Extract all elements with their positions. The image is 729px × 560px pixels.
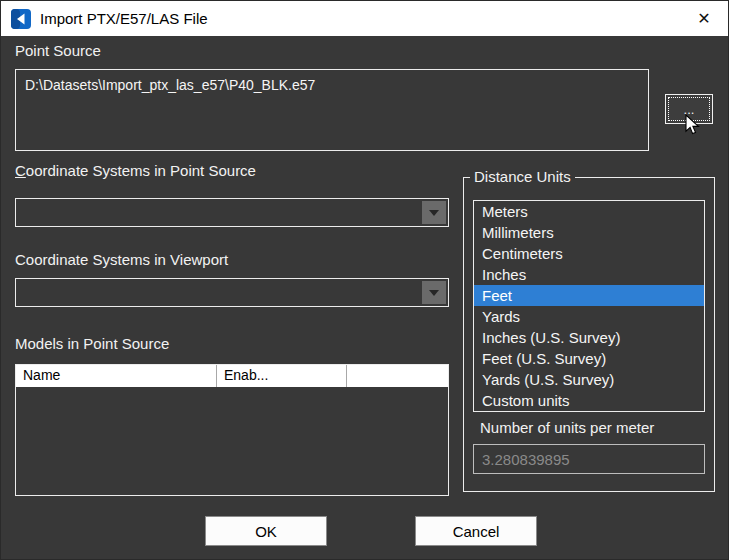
models-label: Models in Point Source <box>15 335 169 352</box>
coord-systems-viewport-label: Coordinate Systems in Viewport <box>15 251 228 268</box>
units-per-meter-label: Number of units per meter <box>480 419 654 436</box>
distance-unit-item[interactable]: Yards <box>474 306 704 327</box>
ok-button-label: OK <box>255 523 277 540</box>
models-table-header: Name Enab... <box>16 365 448 387</box>
point-source-label: Point Source <box>15 42 101 59</box>
window-title: Import PTX/E57/LAS File <box>40 10 208 27</box>
distance-unit-item[interactable]: Millimeters <box>474 222 704 243</box>
distance-unit-item[interactable]: Custom units <box>474 390 704 411</box>
distance-units-group: Distance Units Meters Millimeters Centim… <box>463 177 715 492</box>
app-icon <box>11 9 31 29</box>
distance-unit-item[interactable]: Meters <box>474 201 704 222</box>
titlebar[interactable]: Import PTX/E57/LAS File ✕ <box>1 1 728 36</box>
column-header-filler <box>347 365 448 387</box>
distance-units-list[interactable]: Meters Millimeters Centimeters Inches Fe… <box>473 200 705 412</box>
coord-systems-point-source-label: Coordinate Systems in Point Source <box>15 162 256 179</box>
distance-unit-item[interactable]: Inches (U.S. Survey) <box>474 327 704 348</box>
point-source-path: D:\Datasets\Import_ptx_las_e57\P40_BLK.e… <box>25 77 315 93</box>
units-per-meter-input <box>473 444 705 474</box>
chevron-down-icon <box>422 201 446 224</box>
distance-unit-item[interactable]: Centimeters <box>474 243 704 264</box>
close-icon[interactable]: ✕ <box>690 5 718 33</box>
coord-systems-viewport-combo[interactable] <box>15 278 449 307</box>
models-table: Name Enab... <box>15 364 449 496</box>
chevron-down-icon <box>422 281 446 304</box>
import-dialog: Import PTX/E57/LAS File ✕ Point Source D… <box>0 0 729 560</box>
cancel-button-label: Cancel <box>453 523 500 540</box>
distance-unit-item[interactable]: Feet <box>474 285 704 306</box>
distance-unit-item[interactable]: Yards (U.S. Survey) <box>474 369 704 390</box>
column-header-name[interactable]: Name <box>16 365 217 387</box>
distance-units-group-label: Distance Units <box>470 168 575 185</box>
distance-unit-item[interactable]: Inches <box>474 264 704 285</box>
distance-unit-item[interactable]: Feet (U.S. Survey) <box>474 348 704 369</box>
coord-systems-point-source-combo[interactable] <box>15 198 449 227</box>
ok-button[interactable]: OK <box>205 516 327 546</box>
point-source-path-box[interactable]: D:\Datasets\Import_ptx_las_e57\P40_BLK.e… <box>15 69 649 151</box>
browse-button[interactable]: ... <box>665 94 713 124</box>
column-header-enabled[interactable]: Enab... <box>217 365 347 387</box>
cancel-button[interactable]: Cancel <box>415 516 537 546</box>
browse-button-label: ... <box>684 102 695 117</box>
